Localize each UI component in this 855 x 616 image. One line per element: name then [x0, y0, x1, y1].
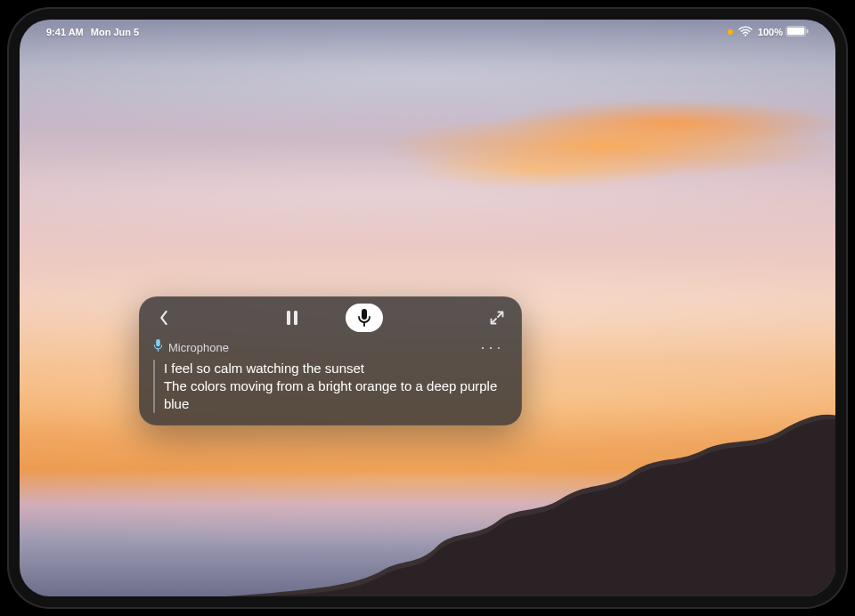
microphone-small-icon: [153, 339, 163, 356]
status-date: Mon Jun 5: [91, 27, 139, 37]
mic-active-indicator-icon: [728, 29, 733, 35]
expand-icon: [490, 311, 504, 325]
status-bar: 9:41 AM Mon Jun 5 100%: [20, 21, 835, 43]
source-label: Microphone: [168, 341, 229, 354]
svg-rect-4: [294, 311, 297, 325]
svg-rect-2: [807, 29, 809, 34]
svg-rect-1: [787, 28, 804, 35]
wifi-icon: [738, 26, 753, 38]
panel-toolbar: [139, 296, 522, 336]
screen: 9:41 AM Mon Jun 5 100%: [20, 20, 835, 596]
caption-block: I feel so calm watching the sunset The c…: [153, 360, 508, 413]
microphone-button[interactable]: [346, 304, 383, 332]
caption-line-1: I feel so calm watching the sunset: [164, 360, 508, 377]
svg-rect-6: [156, 339, 160, 346]
caption-text: I feel so calm watching the sunset The c…: [164, 360, 508, 413]
expand-button[interactable]: [483, 304, 511, 332]
panel-body: Microphone · · · · · I feel so calm watc…: [139, 336, 522, 426]
caption-indicator-bar: [153, 360, 155, 413]
battery-percent: 100%: [758, 27, 783, 37]
caption-line-2: The colors moving from a bright orange t…: [164, 377, 508, 413]
back-button[interactable]: [150, 304, 178, 332]
svg-rect-5: [362, 309, 367, 320]
pause-icon: [286, 311, 298, 325]
live-captions-panel[interactable]: Microphone · · · · · I feel so calm watc…: [139, 296, 522, 426]
svg-rect-3: [287, 311, 290, 325]
status-time: 9:41 AM: [46, 27, 84, 37]
pause-button[interactable]: [278, 304, 306, 332]
ipad-frame: 9:41 AM Mon Jun 5 100%: [7, 7, 848, 609]
battery-icon: [786, 26, 809, 38]
microphone-icon: [358, 309, 370, 327]
chevron-left-icon: [159, 310, 169, 326]
